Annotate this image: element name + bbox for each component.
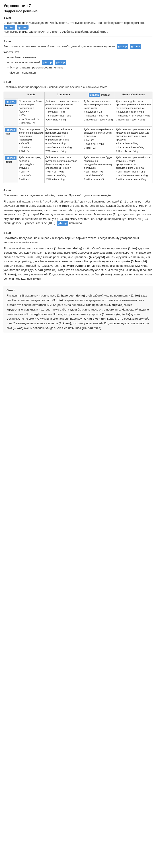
- watermark-1: gdz.top: [4, 25, 16, 30]
- present-simple: Регулярное действие в настоящем, расписа…: [18, 98, 45, 126]
- divider-2: [4, 77, 152, 77]
- step-5-text: Я машинный механик и я занимаюсь (1. hav…: [4, 246, 152, 281]
- answer-block: Ответ Я машинный механик и я занимаюсь (…: [4, 286, 152, 333]
- present-perfect-cont: Длительное действие в прошлом (незавершё…: [115, 98, 152, 126]
- page-subtitle: Подробное решение: [4, 9, 152, 13]
- watermark-5: gdz.top: [42, 60, 53, 65]
- word-2: natural – естественный gdz.top gdz.top: [7, 60, 152, 65]
- col-header-continuous: Continuous: [44, 92, 83, 98]
- future-perfect-cont: Действие, которое начнётся в будущем и б…: [115, 155, 152, 183]
- step-4: 4 шаг Прочитаем текст в задании и поймём…: [4, 188, 152, 226]
- watermark-table-1: gdz.top: [89, 93, 100, 97]
- word-4: give up – сдаваться: [7, 70, 152, 75]
- grammar-table: Simple Continuous gdz.top Perfect Perfec…: [4, 92, 152, 183]
- wordlist-title: WORDLIST: [4, 51, 152, 54]
- step-1-label: 1 шаг: [4, 16, 152, 19]
- tense-past: gdz.topPast: [4, 126, 18, 155]
- watermark-3: gdz.top: [117, 44, 128, 49]
- past-continuous: Длительное действие в прошлом, действие …: [44, 126, 83, 155]
- step-4-intro: Прочитаем текст в задании и поймём, о чё…: [4, 193, 152, 197]
- present-perfect: Действие в прошлом с видимым результатом…: [83, 98, 115, 126]
- present-continuous: Действие в развитии в момент речи, запла…: [44, 98, 83, 126]
- wm-future: gdz.top: [5, 156, 17, 160]
- col-header-0: [4, 92, 18, 98]
- step-5-intro: Прочитаем предложения ещё раз и выберем …: [4, 236, 152, 245]
- step-1: 1 шаг Внимательно прочитаем задание, что…: [4, 16, 152, 34]
- row-present: gdz.topPresent Регулярное действие в нас…: [4, 98, 152, 126]
- page-title: Упражнение 7: [4, 4, 152, 8]
- answer-label: Ответ: [6, 288, 150, 293]
- wm-step4: gdz.top: [57, 221, 68, 226]
- step-2: 2 шаг Знакомимся со списком полезной лек…: [4, 39, 152, 75]
- step-3: 3 шаг Вспомним правило построения и испо…: [4, 80, 152, 183]
- step-4-text: Я машинный механик и я (8...) этой работ…: [4, 199, 152, 226]
- past-simple: Простое, короткое действие в прошлом, бе…: [18, 126, 45, 155]
- row-past: gdz.topPast Простое, короткое действие в…: [4, 126, 152, 155]
- step-3-label: 3 шаг: [4, 80, 152, 84]
- answer-text: Я машинный механик и я занимаюсь (1. hav…: [6, 293, 150, 330]
- step-3-content: Вспомним правило построения и использова…: [4, 85, 152, 89]
- col-header-perfect: gdz.top Perfect: [83, 92, 115, 98]
- future-continuous: Действие в развитии в будущем, действие …: [44, 155, 83, 183]
- wm-past: gdz.top: [5, 128, 17, 132]
- divider-4: [4, 228, 152, 228]
- row-future: gdz.topFuture Действие, которое, вероятн…: [4, 155, 152, 183]
- future-perfect: Действие, которое будет завершено к опре…: [83, 155, 115, 183]
- past-perfect-cont: Действие, которое началось в прошлом и п…: [115, 126, 152, 155]
- future-simple: Действие, которое, вероятно, произойдёт …: [18, 155, 45, 183]
- step-2-content: Знакомимся со списком полезной лексики, …: [4, 44, 152, 49]
- col-header-perfect-cont: Perfect Continuous: [115, 92, 152, 98]
- step-1-content: Внимательно прочитаем задание, чтобы пон…: [4, 21, 152, 34]
- col-header-simple: Simple: [18, 92, 45, 98]
- tense-future: gdz.topFuture: [4, 155, 18, 183]
- watermark-6: gdz.top: [55, 60, 66, 65]
- word-1: mechanic – механик: [7, 55, 152, 60]
- word-3: fix – устраивать, ремонтировать, чинить: [7, 65, 152, 70]
- step-2-label: 2 шаг: [4, 39, 152, 43]
- past-perfect: Действие, завершённое к определённому мо…: [83, 126, 115, 155]
- divider-5: [4, 283, 152, 283]
- step-5: 5 шаг Прочитаем предложения ещё раз и вы…: [4, 231, 152, 281]
- step-4-label: 4 шаг: [4, 188, 152, 192]
- step-5-label: 5 шаг: [4, 231, 152, 235]
- watermark-2: gdz.top: [17, 25, 28, 30]
- tense-present: gdz.topPresent: [4, 98, 18, 126]
- wm-present: gdz.top: [5, 100, 17, 104]
- watermark-4: gdz.top: [130, 44, 141, 49]
